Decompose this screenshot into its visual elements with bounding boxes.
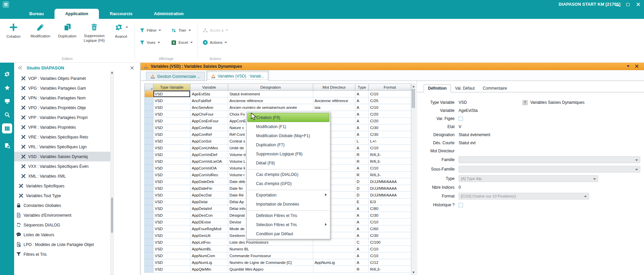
close-document-icon[interactable]: [635, 64, 639, 68]
context-menu-item[interactable]: Cas d'emploi (GFD): [247, 179, 329, 188]
context-menu-item[interactable]: Création (F9): [247, 113, 329, 122]
table-row[interactable]: VSD AppNumLig Numéro de Ligne de Command…: [144, 259, 411, 266]
menu-tab[interactable]: Bureau: [19, 9, 55, 19]
maximize-icon[interactable]: [625, 2, 630, 7]
creation-button[interactable]: Création: [0, 19, 27, 39]
row-selector-cell[interactable]: [144, 145, 153, 151]
scroll-down-icon[interactable]: [412, 270, 415, 275]
context-menu-item[interactable]: [247, 209, 329, 211]
sidebar-tree-item[interactable]: Variables d'Environnement: [14, 210, 110, 220]
sidebar-tree-item[interactable]: XML : Variables XML: [14, 171, 110, 181]
row-selector-cell[interactable]: [144, 151, 153, 158]
sidebar-tree-item[interactable]: Variables Tout Type: [14, 191, 110, 201]
scrollbar-thumb[interactable]: [111, 197, 113, 233]
context-menu-item[interactable]: Détail (F8): [247, 158, 329, 167]
context-menu-item[interactable]: Importation de Données: [247, 200, 329, 209]
row-selector-cell[interactable]: [144, 192, 153, 198]
sidebar-tree-item[interactable]: Constantes Globales: [14, 201, 110, 210]
row-selector-cell[interactable]: [144, 185, 153, 192]
row-selector-cell[interactable]: [144, 178, 153, 185]
document-tab[interactable]: Gestion Commerciale ...: [146, 72, 205, 81]
minimize-icon[interactable]: [615, 2, 620, 7]
sidebar-tree-item[interactable]: Séquences DIALOG: [14, 220, 110, 230]
monitor-icon[interactable]: [2, 96, 12, 106]
table-row[interactable]: VSD AgeEvtSta Statut évènement A C/10: [144, 91, 411, 97]
row-selector-cell[interactable]: [144, 225, 153, 232]
chevron-down-icon[interactable]: [126, 27, 128, 28]
row-selector-cell[interactable]: [144, 118, 153, 124]
sidebar-tree-item[interactable]: Listes de Valeurs: [14, 230, 110, 240]
row-selector-cell[interactable]: [144, 205, 153, 212]
row-selector-cell[interactable]: [144, 158, 153, 165]
detail-tab[interactable]: Définition: [424, 84, 451, 92]
close-icon[interactable]: [636, 2, 641, 7]
sidebar-tree-item[interactable]: VPO : Variables Propriétés Obje: [14, 103, 110, 113]
sidebar-tree-item[interactable]: LPO : Modèles de Liste Partagée Objet: [14, 240, 110, 249]
row-selector-cell[interactable]: [144, 252, 153, 259]
row-selector-cell[interactable]: [144, 165, 153, 172]
row-selector-cell[interactable]: [144, 97, 153, 104]
table-row[interactable]: VSD AppNumBL Numero BL A C/10: [144, 246, 411, 252]
row-selector-cell[interactable]: [144, 219, 153, 225]
menu-tab[interactable]: Application: [55, 9, 99, 19]
filtrer-button[interactable]: Filtrer: [140, 28, 161, 33]
row-selector-cell[interactable]: [144, 232, 153, 239]
scroll-up-icon[interactable]: [412, 84, 415, 89]
row-selector-cell[interactable]: [144, 138, 153, 145]
document-search-icon[interactable]: [2, 141, 12, 150]
sidebar-tree-item[interactable]: VRE : Variables Spécifiques Reto: [14, 132, 110, 142]
table-row[interactable]: VSD AppNumCom Commande Fournisseur A C/1…: [144, 252, 411, 259]
type-dropdown[interactable]: [A] Type Alp.: [459, 175, 598, 182]
row-selector-cell[interactable]: [144, 259, 153, 266]
context-menu-item[interactable]: Modification Globale (Maj+F1): [247, 131, 329, 140]
scrollbar-thumb[interactable]: [412, 89, 415, 108]
row-selector-cell[interactable]: [144, 91, 153, 97]
row-selector-cell[interactable]: [144, 266, 153, 273]
row-selector-cell[interactable]: [144, 104, 153, 111]
help-icon[interactable]: ?: [523, 100, 528, 105]
close-sidebar-icon[interactable]: [130, 66, 134, 70]
suppression-logique-button[interactable]: Suppression Logique (F6): [81, 19, 108, 43]
row-selector-cell[interactable]: [144, 131, 153, 138]
grid-corner-cell[interactable]: [144, 84, 153, 91]
column-header-type[interactable]: Type: [355, 84, 369, 91]
table-row[interactable]: VSD AppQteMin Quantité Mini Appro R R/6,…: [144, 266, 411, 273]
row-selector-cell[interactable]: [144, 172, 153, 178]
context-menu-item[interactable]: Exportation: [247, 190, 329, 200]
columns-panel-icon[interactable]: [2, 123, 12, 133]
star-icon[interactable]: [2, 83, 12, 92]
sidebar-tree-item[interactable]: VPR : Variables Propriétés: [14, 122, 110, 132]
sidebar-tree-item[interactable]: VXX : Variables Spécifiques Évén: [14, 161, 110, 171]
table-row[interactable]: VSD AncFabRef Ancienne référence Ancienn…: [144, 97, 411, 104]
menu-tab[interactable]: Administration: [143, 9, 194, 19]
actions-button[interactable]: Actions: [203, 40, 228, 45]
sidebar-tree-item[interactable]: Variables Spécifiques: [14, 181, 110, 191]
modification-button[interactable]: Modification: [27, 19, 54, 38]
context-menu-item[interactable]: Modification (F1): [247, 122, 329, 131]
column-header-format[interactable]: Format: [369, 84, 411, 91]
sidebar-tree-item[interactable]: VOP : Variables Objets Paramét: [14, 73, 110, 83]
context-menu-item[interactable]: Suppression Logique (F6): [247, 149, 329, 158]
format-dropdown[interactable]: [C/10] Chaîne sur 10 Position(s): [459, 193, 589, 200]
collapse-sidebar-icon[interactable]: [17, 65, 23, 70]
context-menu-item[interactable]: Définition Filtres et Tris: [247, 211, 329, 220]
sidebar-tree-item[interactable]: VPG : Variables Partagées Gam: [14, 83, 110, 93]
vues-button[interactable]: Vues: [140, 40, 161, 45]
famille-dropdown[interactable]: [459, 156, 640, 163]
row-selector-cell[interactable]: [144, 212, 153, 219]
duplication-button[interactable]: Duplication: [54, 19, 81, 38]
context-menu-item[interactable]: [247, 188, 329, 190]
window-menu-chevron-icon[interactable]: [627, 65, 630, 67]
detail-tab[interactable]: Commentaire: [479, 85, 511, 92]
historique-checkbox[interactable]: [459, 203, 463, 207]
sidebar-tree-item[interactable]: VSD : Variables Saisies Dynamiq: [14, 152, 110, 161]
document-tab[interactable]: Variables (VSD) : Variab...: [207, 71, 269, 81]
detail-tab[interactable]: Val. Défaut: [451, 85, 478, 92]
sidebar-tree-item[interactable]: VPP : Variables Partagées Propri: [14, 113, 110, 122]
column-header-mot-directeur[interactable]: Mot Directeur: [313, 84, 355, 91]
sidebar-tree-item[interactable]: Filtres et Tris: [14, 249, 110, 259]
context-menu-item[interactable]: Duplication (F7): [247, 140, 329, 149]
excel-button[interactable]: Excel: [171, 40, 192, 45]
search-icon[interactable]: [2, 110, 12, 119]
table-row[interactable]: VSD AncSemAnn Ancien numéro de semaine/n…: [144, 104, 411, 111]
